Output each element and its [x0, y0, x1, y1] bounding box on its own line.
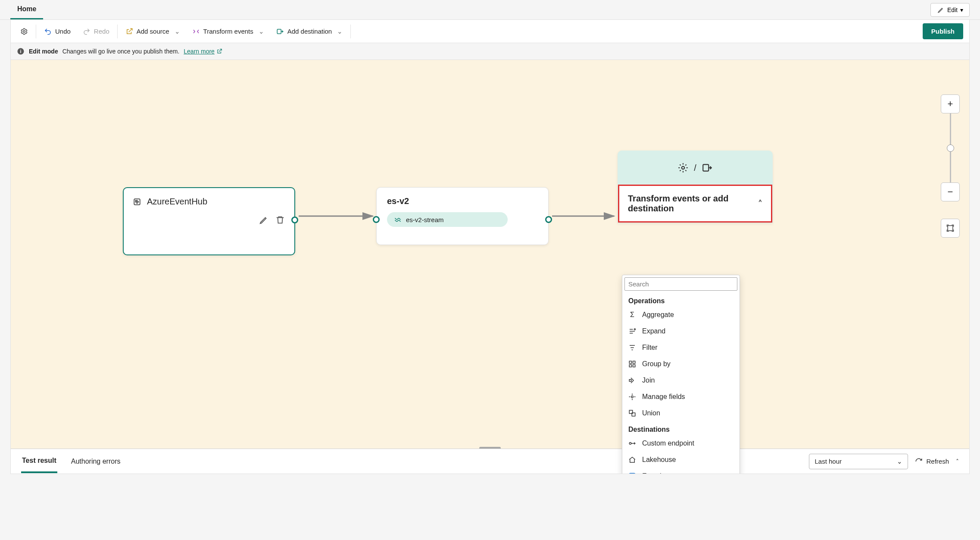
- drop-header-label: Transform events or add destination: [628, 194, 740, 213]
- drop-header[interactable]: Transform events or add destination ˄: [618, 185, 772, 223]
- svg-point-0: [23, 30, 25, 32]
- op-filter[interactable]: Filter: [622, 339, 740, 356]
- svg-rect-12: [703, 164, 708, 171]
- add-source-button[interactable]: Add source ⌄: [119, 24, 186, 39]
- tab-test-result[interactable]: Test result: [21, 450, 57, 473]
- destination-large-icon: [702, 162, 713, 173]
- transform-icon: [192, 28, 200, 35]
- svg-point-11: [682, 166, 685, 170]
- svg-point-5: [135, 200, 136, 201]
- chevron-down-icon: ⌄: [337, 28, 343, 35]
- svg-point-9: [138, 201, 139, 202]
- op-groupby[interactable]: Group by: [622, 356, 740, 372]
- stream-icon: [394, 216, 402, 223]
- svg-rect-16: [629, 365, 631, 367]
- pencil-icon: [937, 6, 945, 14]
- zoom-in-button[interactable]: +: [941, 94, 960, 113]
- svg-rect-25: [948, 226, 953, 231]
- edit-button-label: Edit: [947, 6, 958, 13]
- svg-point-22: [629, 443, 631, 445]
- info-icon: i: [17, 47, 25, 55]
- drop-target-icons: /: [618, 151, 772, 185]
- redo-icon: [83, 28, 91, 35]
- redo-button[interactable]: Redo: [77, 24, 115, 39]
- stream-title: es-v2: [377, 188, 548, 210]
- section-operations: Operations: [622, 293, 740, 307]
- canvas-area[interactable]: AzureEventHub es-v2 es-v2-stream: [10, 60, 970, 474]
- undo-icon: [44, 28, 52, 35]
- refresh-icon: [915, 458, 923, 465]
- dest-eventhouse[interactable]: Eventhouse: [622, 468, 740, 474]
- refresh-button[interactable]: Refresh: [915, 458, 949, 465]
- transform-label: Transform events: [203, 28, 253, 35]
- edit-button[interactable]: Edit ▾: [930, 3, 970, 17]
- sigma-icon: Σ: [628, 311, 636, 319]
- chevron-down-icon: ⌄: [175, 28, 180, 35]
- svg-rect-23: [629, 473, 635, 474]
- delete-node-button[interactable]: [275, 215, 285, 225]
- fields-icon: [628, 393, 636, 401]
- port-source-out[interactable]: [291, 217, 298, 223]
- zoom-slider[interactable]: [950, 113, 951, 182]
- transform-events-button[interactable]: Transform events ⌄: [186, 24, 270, 39]
- toolbar: Undo Redo Add source ⌄ Transform events …: [10, 20, 970, 43]
- svg-point-8: [137, 201, 137, 202]
- group-icon: [628, 360, 636, 368]
- dest-custom[interactable]: Custom endpoint: [622, 435, 740, 452]
- info-text: Changes will go live once you publish th…: [62, 48, 180, 55]
- node-source[interactable]: AzureEventHub: [123, 187, 295, 255]
- bottom-panel: Test result Authoring errors Last hour ⌄…: [11, 449, 969, 474]
- expand-icon: [628, 327, 636, 335]
- svg-point-19: [631, 396, 634, 398]
- node-drop-target[interactable]: / Transform events or add destination ˄: [618, 151, 773, 223]
- source-title: AzureEventHub: [147, 197, 207, 207]
- zoom-thumb[interactable]: [947, 144, 954, 152]
- learn-more-link[interactable]: Learn more: [184, 48, 222, 55]
- op-aggregate[interactable]: ΣAggregate: [622, 307, 740, 323]
- lakehouse-icon: [628, 456, 636, 464]
- edit-mode-label: Edit mode: [29, 48, 58, 55]
- zoom-out-button[interactable]: −: [941, 182, 960, 201]
- redo-label: Redo: [94, 28, 109, 35]
- svg-rect-15: [633, 361, 635, 363]
- endpoint-icon: [628, 440, 636, 447]
- filter-icon: [628, 344, 636, 352]
- dest-lakehouse[interactable]: Lakehouse: [622, 452, 740, 468]
- tab-authoring-errors[interactable]: Authoring errors: [70, 451, 122, 472]
- chevron-down-icon: ⌄: [259, 28, 264, 35]
- add-destination-button[interactable]: Add destination ⌄: [270, 24, 349, 39]
- dropdown-search-input[interactable]: [624, 277, 737, 291]
- op-join[interactable]: Join: [622, 372, 740, 389]
- external-link-icon: [216, 48, 222, 54]
- node-stream[interactable]: es-v2 es-v2-stream: [376, 187, 549, 245]
- time-range-label: Last hour: [815, 458, 842, 465]
- edit-node-button[interactable]: [259, 215, 268, 225]
- svg-text:i: i: [20, 49, 22, 54]
- port-stream-out[interactable]: [545, 216, 552, 223]
- refresh-label: Refresh: [926, 458, 949, 465]
- add-dest-label: Add destination: [287, 28, 332, 35]
- add-source-label: Add source: [137, 28, 169, 35]
- section-destinations: Destinations: [622, 421, 740, 435]
- op-expand[interactable]: Expand: [622, 323, 740, 339]
- gear-icon: [20, 28, 28, 35]
- op-union[interactable]: Union: [622, 405, 740, 421]
- port-stream-in[interactable]: [373, 216, 380, 223]
- chevron-up-icon: ˄: [758, 198, 762, 209]
- stream-pill[interactable]: es-v2-stream: [387, 212, 508, 227]
- zoom-controls: + −: [941, 94, 960, 238]
- stream-label: es-v2-stream: [406, 216, 444, 223]
- eventhub-icon: [133, 198, 141, 206]
- publish-button[interactable]: Publish: [923, 23, 963, 39]
- svg-point-6: [137, 200, 137, 201]
- tab-home[interactable]: Home: [10, 0, 43, 19]
- collapse-panel-button[interactable]: ˄: [956, 458, 959, 465]
- fit-button[interactable]: [941, 219, 960, 238]
- time-range-select[interactable]: Last hour ⌄: [809, 454, 908, 469]
- settings-button[interactable]: [14, 24, 34, 39]
- edges-svg: [11, 60, 969, 474]
- op-manage-fields[interactable]: Manage fields: [622, 389, 740, 405]
- undo-button[interactable]: Undo: [38, 24, 77, 39]
- top-tab-bar: Home Edit ▾: [0, 0, 980, 20]
- transform-large-icon: [677, 162, 689, 173]
